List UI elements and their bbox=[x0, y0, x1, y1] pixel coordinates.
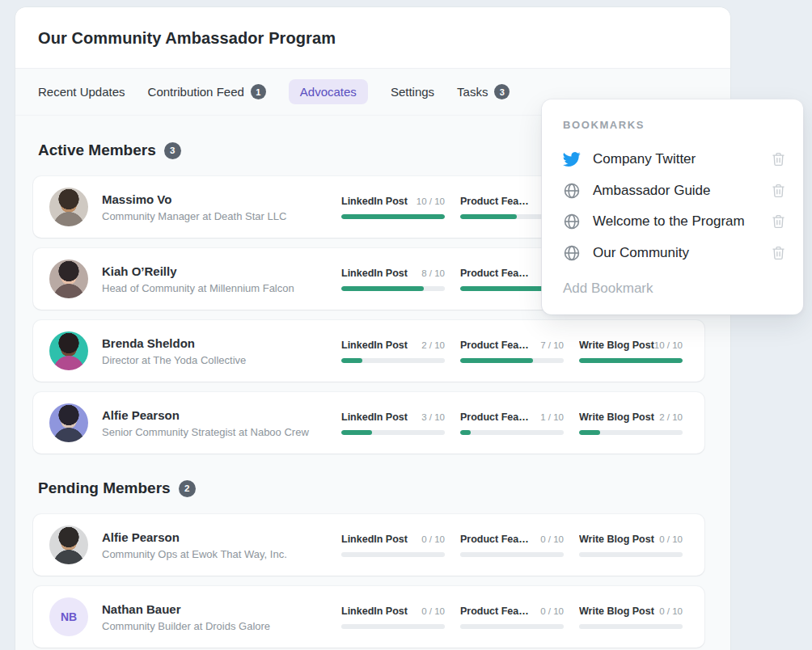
section-title: Pending Members bbox=[38, 479, 171, 497]
progress-bar-fill bbox=[341, 286, 424, 291]
trash-icon[interactable] bbox=[772, 152, 785, 167]
bookmarks-panel: BOOKMARKS Company Twitter Ambassador Gui… bbox=[542, 99, 803, 314]
progress-bar-fill bbox=[341, 214, 445, 219]
bookmark-item[interactable]: Our Community bbox=[563, 238, 785, 269]
task-progress-group: LinkedIn Post 2 / 10 Product Fea… 7 / 10… bbox=[341, 340, 683, 363]
progress-bar-fill bbox=[579, 358, 683, 363]
progress-bar-track bbox=[341, 214, 445, 219]
member-cards: Alfie Pearson Community Ops at Ewok That… bbox=[15, 514, 730, 648]
progress-bar-track bbox=[460, 358, 564, 363]
bookmark-label: Company Twitter bbox=[593, 151, 696, 167]
bookmarks-list: Company Twitter Ambassador Guide Welcome… bbox=[563, 144, 785, 268]
page-title: Our Community Ambassador Program bbox=[38, 29, 708, 48]
progress-bar-fill bbox=[341, 430, 372, 435]
task-progress: LinkedIn Post 2 / 10 bbox=[341, 340, 445, 363]
task-label: Product Fea… bbox=[460, 412, 529, 423]
task-value: 2 / 10 bbox=[421, 340, 445, 350]
tab-settings[interactable]: Settings bbox=[391, 79, 434, 104]
task-progress: Write Blog Post 0 / 10 bbox=[579, 534, 683, 557]
task-progress: LinkedIn Post 3 / 10 bbox=[341, 412, 445, 435]
member-card[interactable]: NB Nathan Bauer Community Builder at Dro… bbox=[33, 586, 704, 648]
bookmark-item[interactable]: Ambassador Guide bbox=[563, 175, 785, 207]
add-bookmark-button[interactable]: Add Bookmark bbox=[563, 281, 785, 297]
progress-bar-track bbox=[341, 430, 445, 435]
tab-badge: 3 bbox=[494, 84, 510, 99]
task-progress-group: LinkedIn Post 0 / 10 Product Fea… 0 / 10… bbox=[341, 606, 683, 629]
section-count-badge: 2 bbox=[179, 480, 196, 497]
task-label: LinkedIn Post bbox=[341, 196, 408, 207]
member-name: Alfie Pearson bbox=[102, 530, 341, 544]
task-label: LinkedIn Post bbox=[341, 340, 408, 351]
task-value: 1 / 10 bbox=[540, 412, 564, 422]
progress-bar-track bbox=[460, 552, 564, 557]
avatar-photo bbox=[49, 525, 88, 564]
task-label: Write Blog Post bbox=[579, 340, 654, 351]
task-progress: Write Blog Post 0 / 10 bbox=[579, 606, 683, 629]
task-value: 7 / 10 bbox=[540, 340, 564, 350]
member-name: Kiah O’Reilly bbox=[102, 264, 341, 278]
progress-bar-track bbox=[341, 286, 445, 291]
task-label: LinkedIn Post bbox=[341, 606, 408, 617]
tab-contribution-feed[interactable]: Contribution Feed 1 bbox=[148, 78, 266, 105]
progress-bar-track bbox=[341, 552, 445, 557]
task-value: 10 / 10 bbox=[417, 196, 445, 206]
task-progress: LinkedIn Post 10 / 10 bbox=[341, 196, 445, 219]
tab-advocates[interactable]: Advocates bbox=[289, 79, 368, 104]
task-label: LinkedIn Post bbox=[341, 534, 408, 545]
task-label: Product Fea… bbox=[460, 196, 529, 207]
bookmarks-title: BOOKMARKS bbox=[563, 119, 785, 131]
progress-bar-track bbox=[341, 358, 445, 363]
task-value: 10 / 10 bbox=[654, 340, 683, 350]
bookmark-item[interactable]: Welcome to the Program bbox=[563, 206, 785, 238]
member-role: Community Ops at Ewok That Way, Inc. bbox=[102, 548, 341, 560]
member-role: Senior Community Strategist at Naboo Cre… bbox=[102, 426, 341, 438]
section-title: Active Members bbox=[38, 141, 156, 159]
progress-bar-track bbox=[341, 624, 445, 629]
progress-bar-track bbox=[460, 430, 564, 435]
progress-bar-fill bbox=[460, 358, 533, 363]
progress-bar-track bbox=[579, 552, 683, 557]
avatar-photo bbox=[49, 260, 88, 298]
bookmark-item[interactable]: Company Twitter bbox=[563, 144, 785, 175]
progress-bar-track bbox=[460, 624, 564, 629]
tab-label: Tasks bbox=[457, 85, 488, 99]
member-card[interactable]: Brenda Sheldon Director at The Yoda Coll… bbox=[33, 320, 704, 382]
tab-recent-updates[interactable]: Recent Updates bbox=[38, 79, 125, 104]
task-progress: Product Fea… 0 / 10 bbox=[460, 606, 564, 629]
task-label: Write Blog Post bbox=[579, 412, 654, 423]
task-value: 0 / 10 bbox=[659, 606, 683, 616]
task-label: Write Blog Post bbox=[579, 606, 654, 617]
twitter-icon bbox=[563, 150, 581, 168]
program-header: Our Community Ambassador Program bbox=[15, 7, 730, 69]
member-role: Community Builder at Droids Galore bbox=[102, 620, 341, 632]
task-value: 0 / 10 bbox=[421, 534, 445, 544]
trash-icon[interactable] bbox=[772, 184, 785, 198]
task-progress: LinkedIn Post 8 / 10 bbox=[341, 268, 445, 291]
tab-label: Advocates bbox=[300, 85, 357, 99]
member-card[interactable]: Alfie Pearson Senior Community Strategis… bbox=[33, 392, 704, 454]
task-label: LinkedIn Post bbox=[341, 268, 408, 279]
task-value: 0 / 10 bbox=[540, 606, 564, 616]
progress-bar-fill bbox=[460, 214, 517, 219]
globe-icon bbox=[563, 244, 581, 262]
progress-bar-fill bbox=[341, 358, 362, 363]
progress-bar-track bbox=[579, 430, 683, 435]
trash-icon[interactable] bbox=[772, 214, 785, 229]
tab-tasks[interactable]: Tasks 3 bbox=[457, 78, 510, 105]
task-value: 0 / 10 bbox=[659, 534, 683, 544]
tab-badge: 1 bbox=[251, 84, 266, 99]
task-value: 2 / 10 bbox=[659, 412, 683, 422]
task-value: 8 / 10 bbox=[421, 268, 445, 278]
section-count-badge: 3 bbox=[164, 142, 181, 159]
progress-bar-track bbox=[579, 358, 683, 363]
globe-icon bbox=[563, 182, 581, 200]
task-progress: LinkedIn Post 0 / 10 bbox=[341, 606, 445, 629]
task-label: Product Fea… bbox=[460, 534, 529, 545]
member-role: Head of Community at Millennium Falcon bbox=[102, 282, 341, 294]
task-progress: Write Blog Post 10 / 10 bbox=[579, 340, 683, 363]
task-label: Product Fea… bbox=[460, 340, 529, 351]
task-label: Write Blog Post bbox=[579, 534, 654, 545]
member-card[interactable]: Alfie Pearson Community Ops at Ewok That… bbox=[33, 514, 704, 576]
member-role: Community Manager at Death Star LLC bbox=[102, 210, 341, 222]
trash-icon[interactable] bbox=[772, 246, 785, 260]
